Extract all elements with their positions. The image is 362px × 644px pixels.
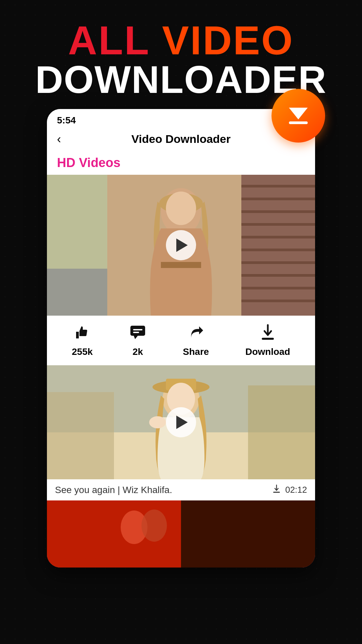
comment-count: 2k: [132, 346, 143, 357]
download-action[interactable]: Download: [245, 324, 290, 357]
third-video-thumbnail[interactable]: [47, 500, 315, 568]
svg-rect-17: [161, 262, 201, 268]
svg-rect-18: [130, 326, 145, 336]
app-icon-circle[interactable]: [272, 89, 325, 143]
svg-rect-35: [181, 500, 315, 568]
svg-rect-19: [133, 329, 142, 330]
video-info-right: 02:12: [272, 484, 307, 496]
main-title: ALL VIDEO: [0, 20, 362, 60]
svg-point-37: [141, 509, 167, 542]
video-title: See you again | Wiz Khalifa.: [55, 485, 272, 495]
svg-rect-25: [47, 392, 114, 479]
third-video-visual: [47, 500, 315, 568]
svg-rect-2: [47, 269, 107, 316]
svg-rect-6: [241, 210, 315, 213]
svg-rect-4: [241, 185, 315, 187]
back-button[interactable]: ‹: [57, 132, 61, 146]
download-line-icon: [289, 121, 308, 124]
comment-icon: [129, 324, 146, 344]
share-icon: [187, 324, 204, 344]
svg-rect-3: [241, 175, 315, 316]
svg-rect-12: [241, 287, 315, 289]
svg-point-16: [166, 192, 196, 225]
video-duration: 02:12: [285, 485, 307, 495]
comment-action[interactable]: 2k: [129, 324, 146, 357]
like-icon: [73, 324, 91, 344]
play-icon: [176, 238, 188, 252]
svg-rect-10: [241, 261, 315, 264]
svg-rect-5: [241, 198, 315, 200]
video-info-bar: See you again | Wiz Khalifa. 02:12: [47, 479, 315, 500]
app-bar: ‹ Video Downloader: [47, 129, 315, 152]
svg-rect-32: [273, 492, 280, 493]
share-label: Share: [183, 346, 209, 357]
svg-rect-13: [241, 300, 315, 302]
phone-screen: 5:54 ‹ Video Downloader HD Videos: [47, 109, 315, 568]
download-arrow-icon: [289, 108, 308, 119]
like-action[interactable]: 255k: [72, 324, 93, 357]
phone-container: 5:54 ‹ Video Downloader HD Videos: [47, 109, 315, 568]
main-video-thumbnail[interactable]: [47, 175, 315, 316]
download-icon: [259, 324, 277, 344]
svg-rect-7: [241, 223, 315, 226]
page-wrapper: ALL VIDEO DOWNLOADER 5:54 ‹ Video Downlo…: [0, 0, 362, 644]
secondary-play-icon: [176, 416, 188, 429]
hd-videos-label: HD Videos: [47, 152, 315, 175]
svg-rect-21: [262, 338, 274, 340]
small-download-icon: [272, 484, 281, 496]
title-all: ALL: [68, 18, 149, 63]
svg-rect-9: [241, 249, 315, 251]
secondary-play-button[interactable]: [166, 407, 196, 437]
share-action[interactable]: Share: [183, 324, 209, 357]
secondary-video-thumbnail[interactable]: [47, 365, 315, 479]
svg-rect-20: [133, 332, 139, 333]
app-title: Video Downloader: [131, 132, 231, 146]
play-button[interactable]: [166, 230, 196, 260]
download-label: Download: [245, 346, 290, 357]
svg-rect-26: [248, 385, 315, 479]
title-video: VIDEO: [149, 18, 294, 63]
action-bar: 255k 2k: [47, 316, 315, 365]
svg-rect-11: [241, 274, 315, 277]
svg-rect-8: [241, 236, 315, 238]
svg-point-31: [149, 416, 166, 428]
like-count: 255k: [72, 346, 93, 357]
status-time: 5:54: [57, 115, 76, 125]
